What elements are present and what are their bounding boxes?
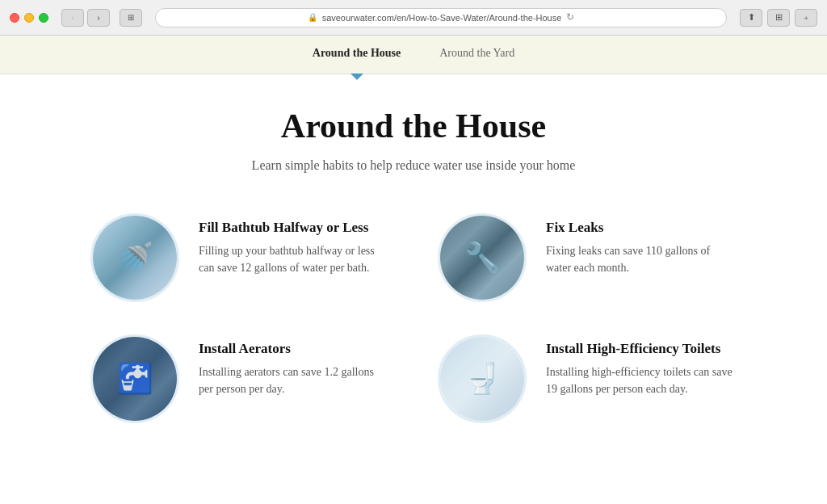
tip-bathtub-desc: Filling up your bathtub halfway or less … <box>199 242 389 276</box>
tip-aerators: Install Aerators Installing aerators can… <box>90 334 389 423</box>
reader-button[interactable]: ⊞ <box>120 9 142 27</box>
tip-bathtub-image <box>90 213 179 302</box>
page-title: Around the House <box>90 107 737 145</box>
add-button[interactable]: + <box>795 9 817 27</box>
toilet-img <box>440 337 524 421</box>
share-button[interactable]: ⬆ <box>740 9 762 27</box>
nav-buttons: ‹ › <box>61 9 110 27</box>
tip-aerators-desc: Installing aerators can save 1.2 gallons… <box>199 363 389 397</box>
forward-button[interactable]: › <box>87 9 110 27</box>
tip-toilets-text: Install High-Efficiency Toilets Installi… <box>546 334 737 397</box>
reload-icon[interactable]: ↻ <box>566 11 574 23</box>
tip-aerators-title: Install Aerators <box>199 341 389 357</box>
tip-leaks-desc: Fixing leaks can save 110 gallons of wat… <box>546 242 737 276</box>
back-button[interactable]: ‹ <box>61 9 84 27</box>
main-content: Around the House Learn simple habits to … <box>26 74 801 456</box>
pipe-img <box>440 216 524 300</box>
tip-toilets-desc: Installing high-efficiency toilets can s… <box>546 363 737 397</box>
address-bar[interactable]: 🔒 saveourwater.com/en/How-to-Save-Water/… <box>155 8 727 27</box>
tip-bathtub-title: Fill Bathtub Halfway or Less <box>199 220 389 236</box>
tab-around-yard[interactable]: Around the Yard <box>420 36 534 74</box>
webpage: Around the House Around the Yard Around … <box>0 36 827 504</box>
tip-bathtub-text: Fill Bathtub Halfway or Less Filling up … <box>199 213 389 276</box>
tip-fix-leaks: Fix Leaks Fixing leaks can save 110 gall… <box>438 213 737 302</box>
tip-bathtub: Fill Bathtub Halfway or Less Filling up … <box>90 213 389 302</box>
tip-toilets-image <box>438 334 527 423</box>
tab-around-house[interactable]: Around the House <box>293 36 420 74</box>
traffic-lights <box>10 13 48 23</box>
tip-leaks-title: Fix Leaks <box>546 220 737 236</box>
bathtub-img <box>93 216 177 300</box>
tip-leaks-text: Fix Leaks Fixing leaks can save 110 gall… <box>546 213 737 276</box>
tip-aerators-image <box>90 334 179 423</box>
lock-icon: 🔒 <box>308 13 317 22</box>
tip-toilets: Install High-Efficiency Toilets Installi… <box>438 334 737 423</box>
page-subtitle: Learn simple habits to help reduce water… <box>90 158 737 173</box>
new-tab-button[interactable]: ⊞ <box>767 9 790 27</box>
maximize-button[interactable] <box>39 13 48 23</box>
url-text: saveourwater.com/en/How-to-Save-Water/Ar… <box>322 13 562 23</box>
tip-toilets-title: Install High-Efficiency Toilets <box>546 341 737 357</box>
toolbar-right: ⬆ ⊞ + <box>740 9 817 27</box>
tip-aerators-text: Install Aerators Installing aerators can… <box>199 334 389 397</box>
nav-tabs: Around the House Around the Yard <box>0 36 827 74</box>
tips-grid: Fill Bathtub Halfway or Less Filling up … <box>90 213 737 423</box>
close-button[interactable] <box>10 13 19 23</box>
browser-chrome: ‹ › ⊞ 🔒 saveourwater.com/en/How-to-Save-… <box>0 0 827 36</box>
minimize-button[interactable] <box>24 13 34 23</box>
tip-leaks-image <box>438 213 527 302</box>
faucet-img <box>93 337 177 421</box>
